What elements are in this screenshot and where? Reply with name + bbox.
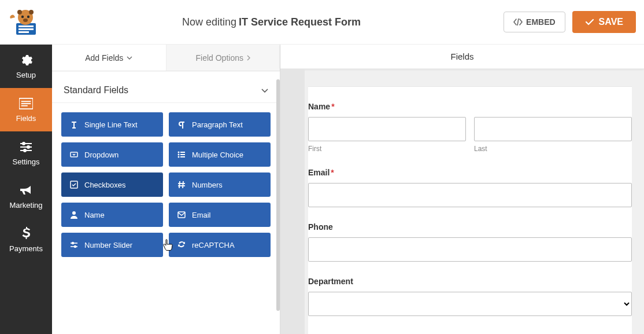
field-label: Email — [192, 211, 211, 219]
preview-body: Name* First Last — [280, 69, 644, 334]
section-header[interactable]: Standard Fields — [52, 71, 280, 103]
check-square-icon — [69, 181, 79, 189]
svg-rect-11 — [21, 101, 31, 102]
form-field-email: Email* — [308, 168, 632, 207]
svg-point-15 — [23, 142, 25, 145]
svg-point-35 — [72, 243, 74, 244]
field-recaptcha[interactable]: reCAPTCHA — [169, 233, 271, 257]
cursor-pointer-icon — [162, 239, 173, 253]
editing-prefix: Now editing — [182, 16, 236, 28]
fields-panel: Add Fields Field Options Standard Fields… — [52, 45, 280, 334]
field-label: Name — [84, 211, 105, 219]
text-cursor-icon — [69, 120, 79, 129]
svg-rect-33 — [178, 212, 185, 218]
svg-point-6 — [27, 16, 29, 18]
first-name-input[interactable] — [308, 117, 466, 141]
department-label: Department — [308, 277, 632, 286]
preview-header: Fields — [280, 45, 644, 69]
form-field-name: Name* First Last — [308, 102, 632, 153]
first-sublabel: First — [308, 145, 466, 153]
sliders-icon — [19, 140, 33, 154]
field-label: Dropdown — [84, 151, 119, 159]
svg-line-29 — [183, 181, 183, 188]
sliders-h-icon — [69, 241, 79, 249]
last-name-input[interactable] — [474, 117, 632, 141]
svg-rect-22 — [180, 152, 185, 153]
svg-point-37 — [75, 246, 76, 248]
form-name: IT Service Request Form — [239, 16, 361, 28]
user-icon — [69, 211, 79, 219]
side-nav: Setup Fields Settings Marketing Payments — [0, 45, 52, 334]
save-label: SAVE — [599, 17, 623, 27]
field-number-slider[interactable]: Number Slider — [61, 233, 163, 257]
chevron-down-icon — [127, 56, 132, 60]
field-name[interactable]: Name — [61, 203, 163, 227]
field-checkboxes[interactable]: Checkboxes — [61, 172, 163, 197]
tab-field-options[interactable]: Field Options — [166, 45, 280, 71]
svg-point-7 — [23, 19, 28, 22]
svg-rect-26 — [180, 156, 185, 157]
embed-button[interactable]: EMBED — [504, 12, 565, 32]
gear-icon — [19, 53, 33, 67]
divider — [308, 86, 632, 87]
email-label: Email* — [308, 168, 632, 177]
field-label: Multiple Choice — [192, 151, 243, 159]
sidenav-item-marketing[interactable]: Marketing — [0, 175, 52, 218]
field-paragraph-text[interactable]: Paragraph Text — [169, 112, 271, 137]
field-label: Paragraph Text — [192, 120, 243, 129]
form-field-department: Department — [308, 277, 632, 316]
sidenav-item-setup[interactable]: Setup — [0, 45, 52, 88]
save-button[interactable]: SAVE — [572, 11, 636, 33]
field-label: Number Slider — [84, 241, 132, 249]
sidenav-item-settings[interactable]: Settings — [0, 131, 52, 175]
sidenav-item-fields[interactable]: Fields — [0, 88, 52, 131]
field-multiple-choice[interactable]: Multiple Choice — [169, 142, 271, 167]
department-select[interactable] — [308, 292, 632, 316]
svg-line-28 — [179, 181, 180, 188]
sidenav-item-payments[interactable]: Payments — [0, 218, 52, 262]
svg-rect-3 — [18, 31, 29, 33]
dropdown-icon — [69, 151, 79, 159]
hash-icon — [177, 181, 186, 189]
svg-point-23 — [178, 154, 180, 156]
name-inputs-row: First Last — [308, 117, 632, 153]
required-mark: * — [331, 102, 334, 111]
field-single-line-text[interactable]: Single Line Text — [61, 112, 163, 137]
sidenav-label: Marketing — [9, 201, 42, 210]
field-label: Single Line Text — [84, 120, 138, 129]
last-sublabel: Last — [474, 145, 632, 153]
sidenav-label: Setup — [16, 71, 36, 79]
form-field-phone: Phone — [308, 222, 632, 262]
paragraph-icon — [177, 120, 186, 129]
check-icon — [585, 19, 594, 25]
email-input[interactable] — [308, 183, 632, 207]
svg-point-17 — [27, 146, 29, 148]
sidenav-label: Fields — [16, 114, 36, 123]
chevron-down-icon — [261, 89, 268, 93]
field-dropdown[interactable]: Dropdown — [61, 142, 163, 167]
envelope-icon — [177, 211, 186, 218]
code-icon — [513, 19, 523, 25]
preview-panel: Fields Name* First Last — [280, 45, 644, 334]
list-ul-icon — [177, 151, 186, 159]
tab-add-fields[interactable]: Add Fields — [52, 45, 166, 71]
field-email[interactable]: Email — [169, 203, 271, 227]
phone-input[interactable] — [308, 237, 632, 262]
field-grid: Single Line Text Paragraph Text Dropdown… — [52, 112, 280, 257]
form-preview[interactable]: Name* First Last — [308, 86, 632, 334]
svg-rect-12 — [21, 103, 31, 104]
svg-point-5 — [21, 16, 24, 18]
field-numbers[interactable]: Numbers — [169, 172, 271, 197]
field-label: reCAPTCHA — [192, 241, 235, 249]
preview-title: Fields — [450, 52, 473, 61]
chevron-right-icon — [247, 55, 250, 61]
svg-point-8 — [17, 10, 22, 14]
embed-label: EMBED — [526, 17, 556, 27]
recaptcha-icon — [177, 241, 186, 249]
svg-point-25 — [178, 156, 180, 158]
dollar-icon — [19, 227, 33, 241]
list-icon — [19, 97, 33, 111]
bullhorn-icon — [19, 183, 33, 197]
field-label: Checkboxes — [84, 181, 126, 189]
top-bar: Now editing IT Service Request Form EMBE… — [0, 0, 644, 45]
